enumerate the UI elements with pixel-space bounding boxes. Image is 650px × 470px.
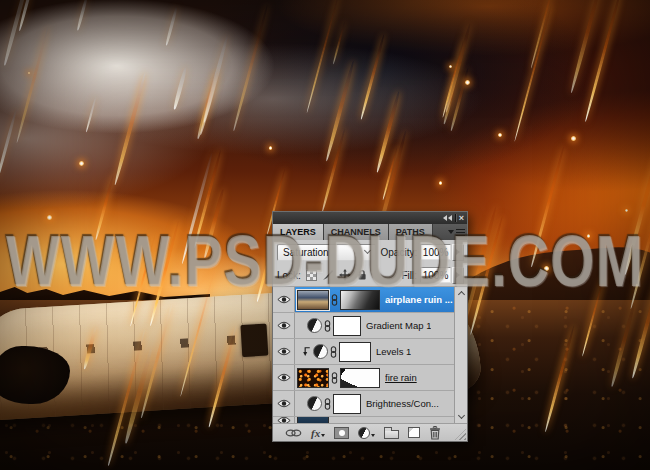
- panel-menu-button[interactable]: [445, 224, 467, 240]
- lock-pixels-brush-icon[interactable]: [322, 269, 335, 282]
- layer-thumbnail[interactable]: [297, 290, 329, 310]
- mask-thumbnail[interactable]: [333, 316, 361, 336]
- layer-row-airplane-ruin[interactable]: airplane ruin ...: [273, 287, 467, 313]
- lock-options-row: Lock: Fill: 100%: [273, 264, 467, 287]
- lock-position-move-icon[interactable]: [339, 269, 352, 282]
- visibility-eye-icon[interactable]: [273, 365, 295, 390]
- mask-thumbnail[interactable]: [333, 394, 361, 414]
- close-panel-icon[interactable]: ×: [459, 214, 464, 223]
- scroll-up-icon[interactable]: [455, 287, 468, 299]
- mask-link-icon[interactable]: [330, 345, 337, 359]
- fill-slider-button[interactable]: [452, 267, 464, 284]
- opacity-label: Opacity:: [381, 247, 418, 258]
- layers-panel: × LAYERS CHANNELS PATHS Saturation Opaci…: [272, 211, 468, 442]
- tabbar-spacer: [433, 224, 445, 240]
- mask-thumbnail[interactable]: [340, 368, 380, 388]
- layer-row-gradient-map[interactable]: Gradient Map 1: [273, 313, 467, 339]
- mask-thumbnail[interactable]: [340, 290, 380, 310]
- fill-label: Fill:: [401, 270, 417, 281]
- panel-footer: fx: [273, 423, 467, 441]
- visibility-eye-icon[interactable]: [273, 313, 295, 338]
- fill-input[interactable]: 100%: [420, 267, 451, 283]
- tab-layers[interactable]: LAYERS: [273, 224, 324, 240]
- scroll-down-icon[interactable]: [455, 411, 468, 423]
- chevron-down-icon: [363, 247, 370, 254]
- layer-thumbnail[interactable]: [297, 368, 329, 388]
- layer-name: Levels 1: [376, 346, 411, 357]
- layer-row-brightness-contrast[interactable]: Brightness/Con...: [273, 391, 467, 417]
- mask-link-icon[interactable]: [324, 397, 331, 411]
- new-adjustment-layer-button[interactable]: [358, 427, 375, 439]
- new-layer-button[interactable]: [408, 427, 420, 438]
- mask-link-icon[interactable]: [324, 319, 331, 333]
- layer-name: airplane ruin ...: [385, 294, 453, 305]
- collapse-to-icons-icon[interactable]: [443, 215, 452, 221]
- delete-layer-trash-button[interactable]: [429, 426, 441, 440]
- layer-style-fx-button[interactable]: fx: [311, 427, 325, 439]
- blend-mode-value: Saturation: [283, 247, 329, 258]
- layer-row-fire-rain[interactable]: fire rain: [273, 365, 467, 391]
- visibility-eye-icon[interactable]: [273, 391, 295, 416]
- layer-name: fire rain: [385, 372, 417, 383]
- layer-name: Brightness/Con...: [366, 398, 439, 409]
- tab-channels[interactable]: CHANNELS: [324, 224, 389, 240]
- scrollbar[interactable]: [454, 287, 467, 423]
- visibility-eye-icon[interactable]: [273, 417, 295, 423]
- blend-options-row: Saturation Opacity: 100%: [273, 240, 467, 264]
- layer-thumbnail[interactable]: [297, 417, 329, 423]
- add-layer-mask-button[interactable]: [334, 427, 349, 439]
- lock-label: Lock:: [277, 270, 301, 281]
- new-group-folder-button[interactable]: [384, 427, 399, 439]
- adjustment-layer-icon[interactable]: [307, 396, 322, 411]
- lock-all-padlock-icon[interactable]: [356, 269, 369, 282]
- titlebar-divider: [455, 214, 456, 222]
- adjustment-layer-icon[interactable]: [313, 344, 328, 359]
- mask-thumbnail[interactable]: [339, 342, 371, 362]
- link-layers-button[interactable]: [285, 428, 302, 438]
- layer-row-levels[interactable]: Levels 1: [273, 339, 467, 365]
- opacity-input[interactable]: 100%: [420, 244, 451, 260]
- layer-list: airplane ruin ... Gradient Map 1: [273, 287, 467, 423]
- mask-link-icon[interactable]: [331, 293, 338, 307]
- lock-transparency-icon[interactable]: [305, 269, 318, 282]
- opacity-slider-button[interactable]: [452, 244, 464, 261]
- adjustment-layer-icon[interactable]: [307, 318, 322, 333]
- blend-mode-select[interactable]: Saturation: [277, 244, 376, 261]
- visibility-eye-icon[interactable]: [273, 339, 295, 364]
- photoshop-canvas: × LAYERS CHANNELS PATHS Saturation Opaci…: [0, 0, 650, 470]
- tab-paths[interactable]: PATHS: [389, 224, 433, 240]
- layer-name: Gradient Map 1: [366, 320, 431, 331]
- layer-row-partial[interactable]: [273, 417, 467, 423]
- clipping-mask-arrow-icon: [301, 346, 311, 357]
- visibility-eye-icon[interactable]: [273, 287, 295, 312]
- mask-link-icon[interactable]: [331, 371, 338, 385]
- panel-titlebar[interactable]: ×: [273, 212, 467, 224]
- panel-tabs: LAYERS CHANNELS PATHS: [273, 224, 467, 240]
